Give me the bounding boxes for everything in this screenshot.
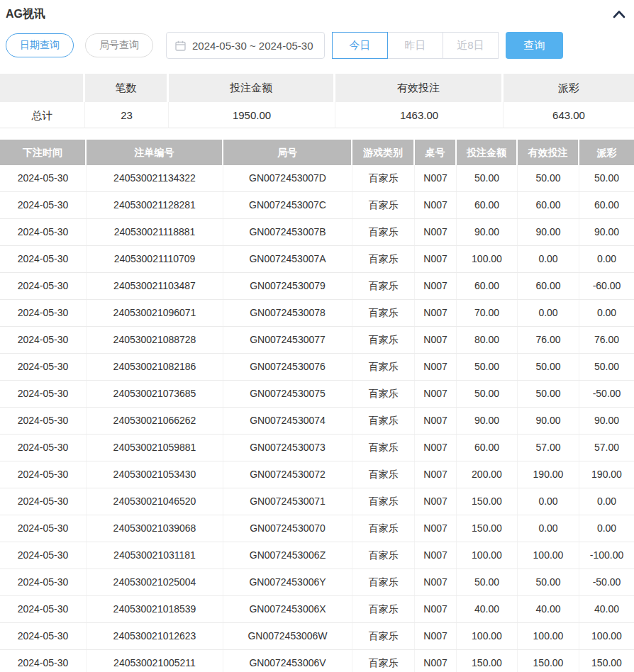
valid-bet-cell: 60.00 [518,192,579,218]
payout-cell: 100.00 [579,623,634,649]
table-no-cell: N007 [415,246,457,272]
game-type-cell: 百家乐 [352,273,415,299]
col-header-game-type: 游戏类别 [352,140,415,165]
round-query-tab[interactable]: 局号查询 [85,33,153,57]
today-button[interactable]: 今日 [332,32,388,59]
table-row: 2024-05-30 240530021128281 GN0072453007C… [0,192,634,219]
payout-cell: 50.00 [579,354,634,380]
bet-id-cell: 240530021025004 [87,569,223,595]
round-id-cell: GN00724530075 [223,381,352,407]
bet-time-cell: 2024-05-30 [0,623,87,649]
calendar-icon [175,40,186,51]
bet-id-cell: 240530021128281 [87,192,223,218]
col-header-table-no: 桌号 [415,140,457,165]
round-id-cell: GN0072453007C [223,192,352,218]
valid-bet-cell: 90.00 [518,219,579,245]
round-id-cell: GN0072453006W [223,623,352,649]
quick-range-group: 今日 昨日 近8日 [332,32,499,59]
payout-cell: 0.00 [579,246,634,272]
payout-cell: -100.00 [579,542,634,569]
game-type-cell: 百家乐 [352,165,415,191]
bet-time-cell: 2024-05-30 [0,461,87,488]
table-row: 2024-05-30 240530021018539 GN0072453006X… [0,596,634,623]
bet-records-table: 下注时间 注单编号 局号 游戏类别 桌号 投注金额 有效投注 派彩 2024-0… [0,140,634,672]
table-row: 2024-05-30 240530021118881 GN0072453007B… [0,219,634,246]
summary-header-row: 笔数 投注金额 有效投注 派彩 [0,74,634,102]
table-no-cell: N007 [415,542,457,569]
summary-total-row: 总计 23 1950.00 1463.00 643.00 [0,102,634,128]
query-toolbar: 日期查询 局号查询 2024-05-30 ~ 2024-05-30 今日 昨日 … [0,30,634,60]
bet-amount-cell: 40.00 [457,596,518,622]
yesterday-button[interactable]: 昨日 [387,32,443,59]
payout-cell: 150.00 [579,650,634,672]
date-range-picker[interactable]: 2024-05-30 ~ 2024-05-30 [166,32,325,59]
bet-amount-cell: 90.00 [457,219,518,245]
table-no-cell: N007 [415,461,457,488]
table-no-cell: N007 [415,300,457,326]
col-header-bet-time: 下注时间 [0,140,87,165]
round-id-cell: GN00724530076 [223,354,352,380]
payout-cell: 60.00 [579,192,634,218]
round-id-cell: GN00724530079 [223,273,352,299]
table-row: 2024-05-30 240530021012623 GN0072453006W… [0,623,634,650]
bet-amount-cell: 50.00 [457,165,518,191]
bet-id-cell: 240530021110709 [87,246,223,272]
game-type-cell: 百家乐 [352,435,415,461]
valid-bet-cell: 90.00 [518,408,579,434]
payout-cell: 90.00 [579,408,634,434]
bet-id-cell: 240530021066262 [87,408,223,434]
date-query-tab[interactable]: 日期查询 [6,33,74,57]
payout-cell: -50.00 [579,569,634,595]
game-type-cell: 百家乐 [352,596,415,622]
bet-time-cell: 2024-05-30 [0,569,87,595]
table-no-cell: N007 [415,165,457,191]
game-type-cell: 百家乐 [352,381,415,407]
bet-time-cell: 2024-05-30 [0,246,87,272]
search-button[interactable]: 查询 [506,32,563,59]
bet-amount-cell: 60.00 [457,435,518,461]
payout-cell: 0.00 [579,515,634,542]
game-type-cell: 百家乐 [352,569,415,595]
bet-amount-cell: 150.00 [457,488,518,515]
table-no-cell: N007 [415,515,457,542]
table-row: 2024-05-30 240530021082186 GN00724530076… [0,354,634,381]
bet-id-cell: 240530021088728 [87,327,223,353]
summary-total-bet-amount: 1950.00 [169,102,335,128]
bet-amount-cell: 50.00 [457,354,518,380]
bet-amount-cell: 100.00 [457,623,518,649]
game-type-cell: 百家乐 [352,461,415,488]
valid-bet-cell: 76.00 [518,327,579,353]
table-no-cell: N007 [415,488,457,515]
valid-bet-cell: 100.00 [518,542,579,569]
bet-table-body: 2024-05-30 240530021134322 GN0072453007D… [0,165,634,672]
game-type-cell: 百家乐 [352,300,415,326]
valid-bet-cell: 150.00 [518,650,579,672]
table-no-cell: N007 [415,327,457,353]
valid-bet-cell: 0.00 [518,246,579,272]
table-row: 2024-05-30 240530021103487 GN00724530079… [0,273,634,300]
bet-time-cell: 2024-05-30 [0,381,87,407]
table-no-cell: N007 [415,435,457,461]
bet-id-cell: 240530021082186 [87,354,223,380]
game-type-cell: 百家乐 [352,408,415,434]
table-no-cell: N007 [415,219,457,245]
table-no-cell: N007 [415,408,457,434]
table-row: 2024-05-30 240530021031181 GN0072453006Z… [0,542,634,569]
valid-bet-cell: 50.00 [518,381,579,407]
round-id-cell: GN00724530071 [223,488,352,515]
page-title: AG视讯 [6,7,45,22]
bet-id-cell: 240530021005211 [87,650,223,672]
table-no-cell: N007 [415,354,457,380]
summary-total-label: 总计 [0,102,85,128]
table-no-cell: N007 [415,273,457,299]
collapse-panel-button[interactable] [611,9,627,21]
table-no-cell: N007 [415,596,457,622]
payout-cell: 190.00 [579,461,634,488]
last-8-days-button[interactable]: 近8日 [443,32,499,59]
round-id-cell: GN0072453006V [223,650,352,672]
valid-bet-cell: 0.00 [518,515,579,542]
bet-id-cell: 240530021018539 [87,596,223,622]
summary-header-valid-bet: 有效投注 [335,74,504,102]
summary-header-payout: 派彩 [504,74,634,102]
payout-cell: 76.00 [579,327,634,353]
